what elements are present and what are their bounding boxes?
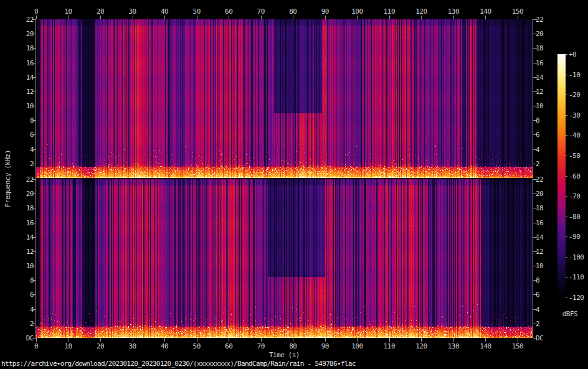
time-tick-label: 0 [29, 7, 44, 16]
freq-tick-label: 22 [17, 16, 34, 24]
time-tick-label: 150 [510, 7, 525, 16]
db-tick-mark [566, 156, 567, 156]
time-tick-mark [357, 338, 358, 342]
colorbar [557, 54, 566, 297]
time-tick-mark [229, 16, 229, 19]
time-tick-mark [389, 338, 390, 342]
time-tick-mark [485, 16, 486, 19]
time-tick-mark [36, 16, 37, 19]
spectrogram-channel-2 [36, 179, 533, 338]
time-tick-mark [197, 16, 197, 19]
freq-tick-label: 14 [17, 73, 34, 82]
time-tick-mark [229, 338, 229, 342]
time-tick-label: 70 [254, 7, 268, 16]
freq-tick-label: 2 [17, 320, 34, 328]
freq-tick-label: 12 [536, 248, 552, 256]
db-tick-mark [566, 176, 567, 177]
time-tick-label: 10 [61, 342, 76, 350]
freq-tick-label: 8 [536, 276, 552, 284]
db-tick-mark [566, 297, 567, 298]
db-tick-label: -100 [569, 253, 584, 261]
freq-tick-label: 6 [536, 291, 552, 299]
freq-tick-label: 20 [17, 190, 34, 198]
db-tick-mark [566, 115, 567, 116]
db-tick-mark [566, 277, 567, 278]
time-tick-mark [261, 16, 262, 19]
time-tick-label: 150 [510, 342, 525, 350]
time-tick-label: 40 [157, 342, 172, 350]
time-tick-mark [357, 16, 358, 19]
freq-tick-label: 12 [17, 88, 34, 96]
time-tick-mark [100, 16, 101, 19]
db-tick-mark [566, 196, 567, 197]
time-tick-label: 120 [414, 342, 429, 350]
db-tick-label: -120 [569, 294, 584, 302]
db-tick-label: -80 [569, 213, 580, 221]
freq-tick-label: 4 [536, 146, 552, 154]
db-tick-label: -90 [569, 233, 580, 241]
db-tick-label: -50 [569, 152, 580, 160]
spectrogram-channel-1 [36, 19, 533, 178]
time-tick-mark [293, 16, 293, 19]
time-tick-mark [293, 338, 293, 342]
time-tick-label: 30 [125, 7, 140, 16]
freq-tick-label: 4 [536, 306, 552, 314]
time-tick-mark [325, 16, 326, 19]
freq-tick-label: 22 [536, 16, 552, 24]
time-tick-label: 40 [157, 7, 172, 16]
time-tick-mark [389, 16, 390, 19]
time-tick-label: 100 [349, 342, 364, 350]
colorbar-unit-label: dBFS [556, 310, 584, 318]
time-tick-label: 60 [221, 7, 236, 16]
freq-tick-label: 6 [17, 291, 34, 299]
time-tick-label: 110 [382, 342, 397, 350]
time-tick-label: 20 [93, 7, 108, 16]
freq-tick-label: DC [17, 334, 34, 342]
time-tick-label: 140 [478, 7, 493, 16]
freq-tick-label: 10 [17, 262, 34, 270]
time-tick-mark [261, 338, 262, 342]
freq-tick-label: 10 [536, 262, 552, 270]
freq-tick-label: 14 [536, 233, 552, 241]
freq-tick-label: 16 [536, 219, 552, 227]
right-axis-line [533, 19, 533, 338]
freq-tick-label: 12 [536, 88, 552, 96]
time-tick-label: 30 [125, 342, 140, 350]
db-tick-label: -10 [569, 71, 580, 79]
freq-tick-label: 14 [536, 73, 552, 82]
freq-tick-label: 6 [17, 131, 34, 139]
freq-tick-label: 22 [536, 175, 552, 184]
db-tick-label: -70 [569, 192, 580, 200]
time-tick-mark [421, 16, 422, 19]
time-tick-label: 20 [93, 342, 108, 350]
time-tick-mark [325, 338, 326, 342]
time-tick-label: 80 [285, 7, 300, 16]
time-tick-label: 60 [221, 342, 236, 350]
freq-tick-label: 8 [17, 116, 34, 124]
freq-tick-label: 8 [536, 116, 552, 124]
spectrogram-screen: Frequency (kHz) 010203040506070809010011… [0, 0, 588, 369]
time-tick-label: 140 [478, 342, 493, 350]
time-tick-label: 130 [446, 342, 461, 350]
time-tick-mark [133, 16, 133, 19]
time-tick-mark [485, 338, 486, 342]
freq-tick-label: 16 [536, 59, 552, 67]
db-tick-mark [566, 54, 567, 55]
time-axis-label: Time (s) [36, 351, 533, 359]
freq-tick-label: 20 [17, 30, 34, 38]
time-tick-mark [197, 338, 197, 342]
time-tick-label: 90 [318, 7, 333, 16]
time-tick-label: 110 [382, 7, 397, 16]
db-tick-label: -110 [569, 273, 584, 281]
time-tick-mark [69, 16, 69, 19]
freq-tick-label: 18 [536, 44, 552, 52]
freq-tick-label: 4 [17, 306, 34, 314]
freq-tick-label: 2 [536, 320, 552, 328]
left-axis-line [36, 19, 36, 338]
freq-tick-label: 18 [17, 44, 34, 52]
freq-tick-label: 20 [536, 30, 552, 38]
frequency-axis-title: Frequency (kHz) [2, 19, 12, 338]
time-tick-label: 10 [61, 7, 76, 16]
db-tick-mark [566, 217, 567, 217]
time-tick-mark [36, 338, 37, 342]
